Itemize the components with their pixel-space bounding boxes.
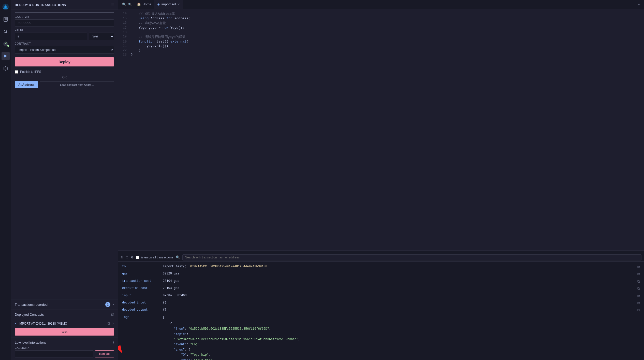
collapse-icon[interactable]: ⇅ (121, 256, 123, 259)
contract-label: CONTRACT (15, 42, 114, 45)
deployed-contracts-section[interactable]: Deployed Contracts 🗑 (11, 310, 118, 319)
deployed-contracts-label: Deployed Contracts (15, 313, 44, 316)
copy-to-icon[interactable]: ⧉ (637, 264, 640, 270)
tx-decoded-output-row: decoded output {} ⧉ (122, 308, 640, 313)
or-divider: OR (15, 76, 114, 79)
remove-contract-icon[interactable]: ✕ (112, 321, 114, 326)
contract-expand-icon[interactable]: ▾ (15, 322, 17, 325)
copy-address-icon[interactable]: ⧉ (108, 322, 110, 326)
svg-point-6 (4, 30, 7, 33)
horizontal-scrollbar[interactable] (118, 251, 644, 253)
load-contract-button[interactable]: Load contract from Addre... (40, 81, 114, 88)
calldata-row: Transact (15, 350, 114, 357)
copy-execcost-icon[interactable]: ⧉ (637, 286, 640, 292)
tab-bar: 🔍 🔍 🏠 Home ◈ import.sol ✕ ⇔ (118, 0, 644, 9)
logs-json: { "from": "0x5C9eb5D6a6C2c1B3EFc52255C0b… (163, 321, 640, 360)
contract-row: ▾ IMPORT AT 0XD91...39138 (MEMC ⧉ ✕ (15, 321, 114, 326)
listen-label: listen on all transactions (141, 256, 173, 259)
log-open-brace: { (163, 321, 640, 326)
search-icon[interactable] (2, 27, 10, 36)
tx-decoded-input-value: {} (163, 300, 635, 306)
svg-marker-11 (4, 66, 7, 71)
deploy-button[interactable]: Deploy (15, 57, 114, 66)
home-tab[interactable]: 🏠 Home (134, 0, 154, 9)
main-area: 🔍 🔍 🏠 Home ◈ import.sol ✕ ⇔ 14 // 成功导入Ad… (118, 0, 644, 360)
code-line-15: 15 using Address for address; (118, 16, 644, 21)
value-unit-select[interactable]: Wei Gwei Ether (89, 33, 114, 40)
tx-execcost-value: 28104 gas (163, 286, 635, 292)
log-args-msg: "msg": "Yeye hip" (163, 358, 640, 360)
clock-icon: ⏱ (126, 256, 129, 259)
tx-decoded-output-value: {} (163, 308, 635, 313)
listen-checkbox[interactable] (136, 256, 139, 259)
toolbar-arrows: ⇅ (121, 256, 123, 259)
tx-txcost-key: transaction cost (122, 279, 163, 284)
panel-title: DEPLOY & RUN TRANSACTIONS (15, 3, 66, 7)
listen-checkbox-row: listen on all transactions (136, 256, 173, 259)
trash-icon[interactable]: 🗑 (111, 312, 114, 316)
publish-ipfs-checkbox[interactable] (15, 70, 18, 74)
panel-menu-icon[interactable]: ☰ (111, 3, 114, 7)
transactions-recorded-section[interactable]: Transactions recorded 2 ▾ (11, 299, 118, 310)
expand-icon[interactable]: ⇔ (636, 2, 642, 7)
tx-decoded-input-key: decoded input (122, 300, 163, 306)
low-level-info-icon[interactable]: ℹ (113, 340, 114, 344)
copy-decoded-input-icon[interactable]: ⧉ (637, 300, 640, 306)
tx-decoded-input-row: decoded input {} ⧉ (122, 300, 640, 306)
tx-to-value: Import.test() 0xd9145CCE52D386f254917e48… (163, 264, 635, 270)
remix-logo-icon[interactable] (1, 3, 10, 11)
copy-txcost-icon[interactable]: ⧉ (637, 279, 640, 284)
tx-to-key: to (122, 264, 163, 270)
transaction-search-input[interactable] (182, 254, 641, 260)
transaction-log: to Import.test() 0xd9145CCE52D386f254917… (118, 262, 644, 360)
zoom-in-icon[interactable]: 🔍 (122, 3, 126, 7)
terminal-toolbar: ⇅ ⏱ 0 listen on all transactions 🔍 (118, 253, 644, 262)
tx-execcost-row: execution cost 28104 gas ⧉ (122, 286, 640, 292)
svg-line-14 (118, 271, 122, 353)
copy-input-icon[interactable]: ⧉ (637, 293, 640, 299)
value-input[interactable] (15, 33, 87, 40)
file-manager-icon[interactable] (2, 15, 10, 23)
code-editor[interactable]: 14 // 成功导入Address库 15 using Address for … (118, 9, 644, 251)
tx-input-key: input (122, 293, 163, 299)
import-sol-tab[interactable]: ◈ import.sol ✕ (154, 0, 183, 9)
tx-input-row: input 0xf8a...8fd6d ⧉ (122, 293, 640, 299)
deploy-run-icon[interactable] (2, 52, 10, 60)
terminal-search-icon[interactable]: 🔍 (176, 255, 180, 259)
publish-ipfs-row: Publish to IPFS (15, 70, 114, 74)
transactions-badge: 2 (105, 302, 110, 307)
low-level-header: Low level interactions ℹ (15, 340, 114, 344)
left-panel: DEPLOY & RUN TRANSACTIONS ☰ GAS LIMIT VA… (11, 0, 118, 360)
terminal-count: 0 (131, 256, 133, 259)
log-args-key: "args": { (163, 347, 640, 352)
address-row: At Address Load contract from Addre... (15, 81, 114, 88)
gas-limit-input[interactable] (15, 19, 114, 27)
at-address-button[interactable]: At Address (15, 81, 38, 88)
plugin-manager-icon[interactable] (2, 64, 10, 72)
svg-point-10 (6, 43, 7, 44)
test-button[interactable]: test (15, 328, 114, 336)
tx-execcost-key: execution cost (122, 286, 163, 292)
terminal-area: ⇅ ⏱ 0 listen on all transactions 🔍 to Im… (118, 253, 644, 360)
code-line-14: 14 // 成功导入Address库 (118, 11, 644, 16)
solidity-icon[interactable]: ✓ (2, 40, 10, 48)
copy-decoded-output-icon[interactable]: ⧉ (637, 308, 640, 313)
tx-logs-bracket: [ (163, 315, 640, 320)
tab-search-area: 🔍 🔍 (120, 3, 134, 7)
transact-button[interactable]: Transact (95, 350, 114, 357)
code-line-22: 22 } (118, 48, 644, 52)
tab-close-icon[interactable]: ✕ (177, 3, 180, 6)
log-event: "event": "Log", (163, 342, 640, 347)
calldata-input[interactable] (15, 350, 93, 357)
contract-select[interactable]: Import - lesson30/import.sol (15, 46, 114, 54)
tx-gas-value: 32320 gas (163, 271, 635, 277)
tx-decoded-output-key: decoded output (122, 308, 163, 313)
chevron-down-icon: ▾ (112, 303, 114, 307)
slider-fill (15, 12, 75, 13)
panel-header: DEPLOY & RUN TRANSACTIONS ☰ (11, 0, 118, 9)
svg-point-1 (5, 6, 6, 8)
code-line-18: 18 (118, 30, 644, 34)
copy-gas-icon[interactable]: ⧉ (637, 271, 640, 277)
zoom-out-icon[interactable]: 🔍 (128, 3, 132, 6)
gas-limit-label: GAS LIMIT (15, 16, 114, 18)
